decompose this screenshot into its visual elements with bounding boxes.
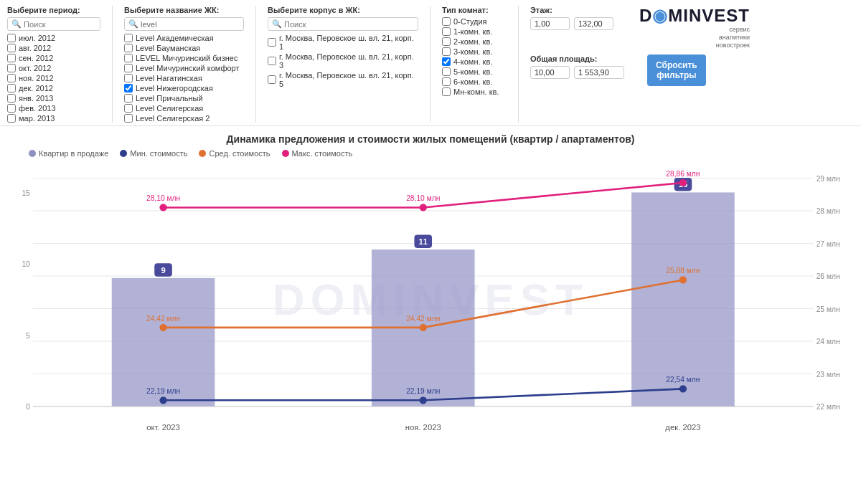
room-item[interactable]: 5-комн. кв. [442, 67, 507, 76]
svg-text:5: 5 [26, 332, 30, 340]
room-item[interactable]: 4-комн. кв. [442, 57, 507, 66]
legend-dot [282, 150, 289, 157]
jk-item[interactable]: Level Селигерская 2 [124, 114, 244, 123]
korpus-list: г. Москва, Перовское ш. вл. 21, корп. 1г… [268, 34, 418, 88]
period-item[interactable]: авг. 2012 [7, 44, 100, 52]
chart-title: Динамика предложения и стоимости жилых п… [7, 133, 854, 145]
room-item[interactable]: Мн-комн. кв. [442, 87, 507, 96]
divider-3 [430, 6, 430, 123]
jk-label: Выберите название ЖК: [124, 6, 244, 14]
rooms-label: Тип комнат: [442, 6, 507, 14]
etazh-min-input[interactable] [530, 17, 570, 30]
legend-item: Сред. стоимость [199, 149, 270, 158]
svg-text:15: 15 [22, 189, 30, 197]
svg-text:25 млн: 25 млн [817, 305, 840, 313]
period-item[interactable]: янв. 2013 [7, 94, 100, 103]
korpus-item[interactable]: г. Москва, Перовское ш. вл. 21, корп. 3 [268, 52, 418, 70]
svg-text:27 млн: 27 млн [817, 240, 840, 248]
svg-text:24,42 млн: 24,42 млн [406, 315, 440, 323]
area-max-input[interactable] [574, 66, 624, 79]
jk-item[interactable]: Level Академическая [124, 34, 244, 42]
svg-point-46 [679, 385, 687, 392]
svg-text:26 млн: 26 млн [817, 272, 840, 280]
chart-svg: DOMINVEST 29 млн28 млн27 млн26 млн25 млн… [7, 163, 854, 436]
jk-item[interactable]: Level Нагатинская [124, 74, 244, 82]
svg-text:0: 0 [26, 403, 30, 411]
logo-sub: сервис аналитики новостроек [716, 26, 750, 49]
jk-item[interactable]: Level Селигерская [124, 104, 244, 113]
svg-text:9: 9 [161, 266, 165, 275]
jk-search-box[interactable]: 🔍 [124, 17, 244, 31]
period-item[interactable]: июл. 2012 [7, 34, 100, 42]
svg-text:28 млн: 28 млн [817, 207, 840, 215]
jk-item[interactable]: Level Мичуринский комфорт [124, 64, 244, 72]
legend-label: Сред. стоимость [209, 149, 270, 158]
legend-item: Квартир в продаже [29, 149, 108, 158]
jk-item[interactable]: LEVEL Мичуринский бизнес [124, 54, 244, 62]
period-search-icon: 🔍 [11, 19, 22, 29]
jk-item[interactable]: Level Нижегородская [124, 84, 244, 92]
area-range [530, 66, 624, 79]
period-list: июл. 2012авг. 2012сен. 2012окт. 2012ноя.… [7, 34, 100, 123]
svg-point-32 [420, 204, 427, 211]
svg-text:25,88 млн: 25,88 млн [666, 267, 700, 275]
svg-text:29 млн: 29 млн [817, 175, 840, 183]
jk-list: Level АкадемическаяLevel БауманскаяLEVEL… [124, 34, 244, 123]
period-search-input[interactable] [24, 20, 96, 29]
room-item[interactable]: 3-комн. кв. [442, 47, 507, 56]
korpus-search-input[interactable] [284, 20, 414, 29]
reset-button[interactable]: Сбросить фильтры [647, 54, 706, 86]
period-item[interactable]: сен. 2012 [7, 54, 100, 62]
svg-text:дек. 2023: дек. 2023 [665, 423, 700, 432]
svg-text:окт. 2023: окт. 2023 [146, 423, 180, 432]
divider-4 [518, 6, 519, 123]
svg-text:23 млн: 23 млн [817, 371, 840, 379]
period-item[interactable]: окт. 2012 [7, 64, 100, 72]
room-item[interactable]: 2-комн. кв. [442, 37, 507, 46]
legend-dot [29, 150, 36, 157]
rooms-list: 0-Студия1-комн. кв.2-комн. кв.3-комн. кв… [442, 17, 507, 96]
jk-item[interactable]: Level Бауманская [124, 44, 244, 52]
period-item[interactable]: ноя. 2012 [7, 74, 100, 82]
logo-text: D◉MINVEST [639, 6, 750, 26]
svg-text:22,19 млн: 22,19 млн [146, 387, 180, 395]
legend-dot [120, 150, 127, 157]
svg-text:28,86 млн: 28,86 млн [666, 170, 700, 178]
svg-text:10: 10 [22, 260, 30, 268]
room-item[interactable]: 0-Студия [442, 17, 507, 26]
svg-text:24,42 млн: 24,42 млн [146, 315, 180, 323]
svg-text:11: 11 [418, 237, 428, 246]
chart-legend: Квартир в продажеМин. стоимостьСред. сто… [29, 149, 854, 158]
rooms-filter: Тип комнат: 0-Студия1-комн. кв.2-комн. к… [442, 6, 507, 96]
svg-text:22 млн: 22 млн [817, 403, 840, 411]
jk-search-input[interactable] [141, 20, 240, 29]
area-min-input[interactable] [530, 66, 570, 79]
svg-point-38 [420, 324, 427, 331]
korpus-search-icon: 🔍 [272, 19, 282, 29]
svg-text:28,10 млн: 28,10 млн [406, 194, 440, 202]
korpus-filter: Выберите корпус в ЖК: 🔍 г. Москва, Перов… [268, 6, 418, 88]
chart-area: Динамика предложения и стоимости жилых п… [0, 126, 861, 436]
etazh-max-input[interactable] [574, 17, 613, 30]
svg-text:22,54 млн: 22,54 млн [666, 376, 700, 384]
top-panel: Выберите период: 🔍 июл. 2012авг. 2012сен… [0, 0, 861, 126]
legend-label: Мин. стоимость [130, 149, 187, 158]
korpus-item[interactable]: г. Москва, Перовское ш. вл. 21, корп. 1 [268, 34, 418, 51]
korpus-search-box[interactable]: 🔍 [268, 17, 418, 31]
svg-rect-27 [631, 192, 735, 406]
room-item[interactable]: 1-комн. кв. [442, 27, 507, 36]
jk-search-icon: 🔍 [128, 19, 138, 29]
legend-item: Макс. стоимость [282, 149, 353, 158]
korpus-label: Выберите корпус в ЖК: [268, 6, 418, 14]
etazh-range [530, 17, 613, 30]
room-item[interactable]: 6-комн. кв. [442, 77, 507, 86]
period-search-box[interactable]: 🔍 [7, 17, 100, 31]
divider-2 [255, 6, 256, 123]
period-item[interactable]: дек. 2012 [7, 84, 100, 92]
jk-item[interactable]: Level Причальный [124, 94, 244, 103]
korpus-item[interactable]: г. Москва, Перовское ш. вл. 21, корп. 5 [268, 71, 418, 88]
svg-point-44 [420, 396, 427, 404]
svg-text:24 млн: 24 млн [817, 338, 840, 346]
period-item[interactable]: фев. 2013 [7, 104, 100, 113]
period-item[interactable]: мар. 2013 [7, 114, 100, 123]
